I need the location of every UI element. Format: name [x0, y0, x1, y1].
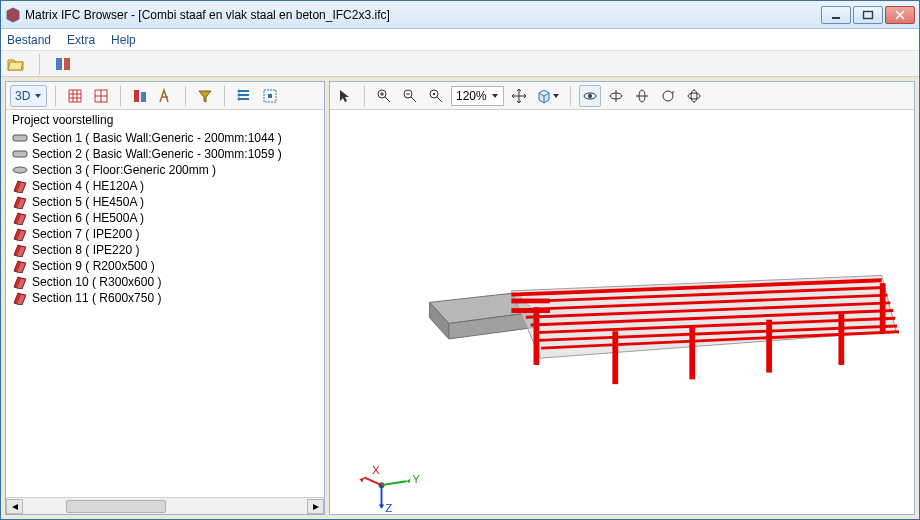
- svg-point-21: [663, 91, 673, 101]
- filter-icon[interactable]: [194, 85, 216, 107]
- tree-item-label: Section 1 ( Basic Wall:Generic - 200mm:1…: [32, 131, 282, 145]
- app-window: Matrix IFC Browser - [Combi staaf en vla…: [0, 0, 920, 520]
- svg-point-18: [588, 94, 592, 98]
- svg-rect-4: [134, 90, 139, 102]
- zoom-fit-icon[interactable]: [425, 85, 447, 107]
- app-icon: [5, 7, 21, 23]
- toolbar-separator: [39, 54, 40, 74]
- zoom-in-icon[interactable]: [373, 85, 395, 107]
- beam-icon: [12, 179, 28, 193]
- tool-a-icon[interactable]: [129, 85, 151, 107]
- tree-panel: 3D Project voorstelling Section 1 ( Basi…: [5, 81, 325, 515]
- svg-line-33: [364, 477, 381, 485]
- zoom-out-icon[interactable]: [399, 85, 421, 107]
- svg-rect-12: [13, 151, 27, 157]
- beam-icon: [12, 291, 28, 305]
- svg-line-35: [382, 481, 407, 485]
- bounds-icon[interactable]: [259, 85, 281, 107]
- svg-rect-24: [534, 307, 540, 365]
- menu-extra[interactable]: Extra: [67, 33, 95, 47]
- scroll-left-arrow[interactable]: ◂: [6, 499, 23, 514]
- svg-rect-26: [689, 326, 695, 379]
- rotate-free-icon[interactable]: [683, 85, 705, 107]
- svg-point-8: [238, 97, 241, 100]
- floor-icon: [12, 163, 28, 177]
- tree-item-label: Section 7 ( IPE200 ): [32, 227, 139, 241]
- maximize-button[interactable]: [853, 6, 883, 24]
- tree-item[interactable]: Section 11 ( R600x750 ): [6, 290, 324, 306]
- menubar: Bestand Extra Help: [1, 29, 919, 51]
- tree-item-label: Section 3 ( Floor:Generic 200mm ): [32, 163, 216, 177]
- tree-item[interactable]: Section 7 ( IPE200 ): [6, 226, 324, 242]
- svg-rect-0: [832, 17, 840, 19]
- beam-icon: [12, 227, 28, 241]
- window-title: Matrix IFC Browser - [Combi staaf en vla…: [25, 8, 821, 22]
- tree-item[interactable]: Section 5 ( HE450A ): [6, 194, 324, 210]
- minimize-button[interactable]: [821, 6, 851, 24]
- pan-icon[interactable]: [508, 85, 530, 107]
- svg-rect-3: [64, 58, 70, 70]
- svg-rect-27: [766, 320, 772, 373]
- tool-b-icon[interactable]: [155, 85, 177, 107]
- menu-help[interactable]: Help: [111, 33, 136, 47]
- display-options-icon[interactable]: [54, 55, 72, 73]
- tree-item-label: Section 9 ( R200x500 ): [32, 259, 155, 273]
- rotate-x-icon[interactable]: [605, 85, 627, 107]
- wall-icon: [12, 147, 28, 161]
- tree-view[interactable]: Project voorstelling Section 1 ( Basic W…: [6, 110, 324, 497]
- horizontal-scrollbar[interactable]: ◂ ▸: [6, 497, 324, 514]
- svg-rect-11: [13, 135, 27, 141]
- viewer-toolbar: 120%: [330, 82, 914, 110]
- beam-icon: [12, 195, 28, 209]
- tree-item[interactable]: Section 2 ( Basic Wall:Generic - 300mm:1…: [6, 146, 324, 162]
- grid-a-icon[interactable]: [64, 85, 86, 107]
- svg-point-22: [688, 93, 700, 99]
- svg-point-23: [691, 90, 697, 102]
- view-3d-button[interactable]: 3D: [10, 85, 47, 107]
- tree-item-label: Section 10 ( R300x600 ): [32, 275, 161, 289]
- tree-item[interactable]: Section 1 ( Basic Wall:Generic - 200mm:1…: [6, 130, 324, 146]
- beam-icon: [12, 259, 28, 273]
- 3d-viewport[interactable]: X Y Z: [330, 110, 914, 514]
- rotate-y-icon[interactable]: [631, 85, 653, 107]
- orbit-icon[interactable]: [579, 85, 601, 107]
- view-cube-icon[interactable]: [534, 85, 562, 107]
- wall-icon: [12, 131, 28, 145]
- axis-triad: X Y Z: [359, 464, 420, 514]
- svg-rect-28: [838, 312, 844, 365]
- tree-item[interactable]: Section 3 ( Floor:Generic 200mm ): [6, 162, 324, 178]
- svg-rect-5: [141, 92, 146, 102]
- scroll-thumb[interactable]: [66, 500, 166, 513]
- viewer-panel: 120%: [329, 81, 915, 515]
- main-toolbar: [1, 51, 919, 77]
- svg-point-7: [238, 93, 241, 96]
- scroll-right-arrow[interactable]: ▸: [307, 499, 324, 514]
- svg-rect-10: [268, 94, 272, 98]
- tree-item[interactable]: Section 10 ( R300x600 ): [6, 274, 324, 290]
- close-button[interactable]: [885, 6, 915, 24]
- tree-item-label: Section 5 ( HE450A ): [32, 195, 144, 209]
- svg-text:Y: Y: [412, 473, 420, 485]
- tree-header: Project voorstelling: [6, 110, 324, 130]
- rotate-z-icon[interactable]: [657, 85, 679, 107]
- svg-text:X: X: [372, 464, 380, 476]
- zoom-level-combo[interactable]: 120%: [451, 86, 504, 106]
- menu-bestand[interactable]: Bestand: [7, 33, 51, 47]
- tree-item[interactable]: Section 4 ( HE120A ): [6, 178, 324, 194]
- pointer-icon[interactable]: [334, 85, 356, 107]
- tree-item[interactable]: Section 6 ( HE500A ): [6, 210, 324, 226]
- tree-item[interactable]: Section 9 ( R200x500 ): [6, 258, 324, 274]
- levels-icon[interactable]: [233, 85, 255, 107]
- svg-text:Z: Z: [385, 502, 392, 514]
- client-area: 3D Project voorstelling Section 1 ( Basi…: [1, 77, 919, 519]
- tree-item-label: Section 8 ( IPE220 ): [32, 243, 139, 257]
- tree-item-label: Section 2 ( Basic Wall:Generic - 300mm:1…: [32, 147, 282, 161]
- tree-item[interactable]: Section 8 ( IPE220 ): [6, 242, 324, 258]
- grid-b-icon[interactable]: [90, 85, 112, 107]
- beam-icon: [12, 275, 28, 289]
- window-controls: [821, 6, 915, 24]
- svg-point-13: [13, 167, 27, 173]
- beam-icon: [12, 243, 28, 257]
- svg-rect-1: [864, 11, 873, 18]
- open-file-icon[interactable]: [7, 55, 25, 73]
